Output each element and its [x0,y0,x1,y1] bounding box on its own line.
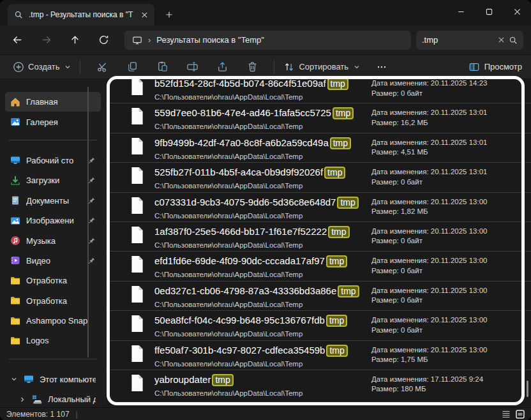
file-icon [130,285,144,303]
sidebar-item-downloads[interactable]: Загрузки [5,170,101,190]
file-path: C:\Пользователи\ohrau\AppData\Local\Temp [154,300,371,309]
file-row[interactable]: 559d7ee0-81b6-47e4-ad46-1fafa5cc5725tmpC… [106,103,531,133]
window-controls [447,0,531,23]
minimize-button[interactable] [447,0,475,23]
sidebar-item-label: Logos [26,336,96,345]
file-path: C:\Пользователи\ohrau\AppData\Local\Temp [154,389,371,398]
sidebar-scrollbar[interactable] [87,87,89,357]
file-size: Размер: 16,2 МБ [371,118,527,128]
maximize-button[interactable] [475,0,503,23]
sidebar-item-thispc[interactable]: Этот компьюте [5,370,101,389]
file-name: ffe50af7-301b-4c97-8027-cdfeca35459btmp [154,345,371,357]
file-row[interactable]: 525fb27f-011b-4b5f-a4ca-0b9d9f92026ftmpC… [106,163,531,192]
sidebar-item-documents[interactable]: Документы [5,191,101,211]
file-meta: Дата изменения: 20.11.2025 13:01Размер: … [371,107,527,132]
file-name: 1af387f0-25e5-466d-bb17-1f61e7f52222tmp [154,226,371,238]
file-row[interactable]: yabroupdatertmpC:\Пользователи\ohrau\App… [106,370,531,400]
up-button[interactable] [65,31,84,50]
address-bar[interactable]: › Результаты поиска в "Temp" [124,31,411,50]
sidebar-item-label: Загрузки [26,176,82,185]
file-date: Дата изменения: 20.11.2025 14:23 [371,79,527,89]
documents-icon [10,195,20,206]
chevron-down-icon [354,64,360,70]
sort-button[interactable]: Сортировать [283,61,360,73]
thumbnail-view-icon[interactable] [516,410,525,419]
sidebar-item-home[interactable]: Главная [5,92,101,112]
chevron-down-icon[interactable] [10,376,18,382]
file-date: Дата изменения: 20.11.2025 13:00 [371,286,527,296]
status-bar: Элементов: 1 107 | [0,407,531,420]
refresh-button[interactable] [94,31,113,50]
search-input[interactable]: .tmp [416,31,523,50]
sidebar-tree-group: Этот компьютеЛокальный ди [0,370,106,410]
main-area: ГлавнаяГалерея Рабочий стоЗагрузкиДокуме… [0,79,531,407]
sidebar-item-folder[interactable]: Logos [5,331,101,350]
sidebar-item-label: Ashampoo Snap [26,316,96,326]
sidebar-item-folder[interactable]: Отработка [5,271,101,290]
file-row[interactable]: c073331d-9cb3-4075-9dd6-5d36c8e648d7tmpC… [106,193,531,222]
sidebar-item-label: Видео [26,256,82,266]
file-size: Размер: 0 байт [371,177,527,188]
file-row[interactable]: ffe50af7-301b-4c97-8027-cdfeca35459btmpC… [106,341,531,370]
forward-button[interactable] [36,31,56,50]
file-row[interactable]: 1af387f0-25e5-466d-bb17-1f61e7f52222tmpC… [106,222,531,251]
file-meta: Дата изменения: 17.11.2025 9:24Размер: 1… [371,374,527,400]
downloads-icon [10,176,20,186]
file-row[interactable]: 9fb9499b-42df-47a0-8c8f-a6b2a59cd49atmpC… [106,133,531,163]
search-highlight-chip: tmp [326,255,347,267]
file-info: yabroupdatertmpC:\Пользователи\ohrau\App… [154,374,371,400]
magnifier-icon[interactable] [509,36,518,45]
tab-close-button[interactable] [141,11,148,19]
sidebar-item-desktop[interactable]: Рабочий сто [5,151,101,170]
file-path: C:\Пользователи\ohrau\AppData\Local\Temp [154,270,371,279]
sidebar-item-label: Галерея [26,117,96,127]
file-row[interactable]: 50ea8fcf-f04c-4c99-b648-95c136767fdbtmpC… [106,311,531,340]
file-size: Размер: 180 МБ [371,384,527,394]
file-icon [130,167,144,184]
file-icon [130,79,144,96]
file-name: 559d7ee0-81b6-47e4-ad46-1fafa5cc5725tmp [154,107,371,119]
chevron-right-icon[interactable] [19,396,26,403]
file-row[interactable]: 0ed327c1-cb06-4798-87a3-43336bd3a86etmpC… [106,281,531,311]
monitor-icon [132,35,142,45]
view-label: Просмотр [484,62,522,71]
delete-button[interactable] [239,57,265,77]
toolbar-divider [274,60,274,74]
sidebar-item-pictures[interactable]: Изображени [5,211,101,230]
file-meta: Дата изменения: 20.11.2025 13:00Размер: … [371,345,527,370]
file-meta: Дата изменения: 20.11.2025 13:01Размер: … [371,137,527,162]
file-icon [130,107,144,125]
cut-button[interactable] [89,57,115,77]
file-meta: Дата изменения: 20.11.2025 13:00Размер: … [371,255,527,280]
file-date: Дата изменения: 20.11.2025 13:00 [371,197,527,207]
file-row[interactable]: b52fd154-28cf-4b5d-b074-86c4f51e09aftmpC… [106,79,531,103]
list-scrollbar[interactable] [527,380,528,397]
chevron-down-icon [64,64,71,70]
sidebar-item-folder[interactable]: Ashampoo Snap [5,311,101,331]
file-size: Размер: 1,75 МБ [371,355,527,365]
tab-search-results[interactable]: .tmp - Результаты поиска в "T [8,4,154,26]
new-tab-button[interactable] [161,6,177,23]
sidebar-item-gallery[interactable]: Галерея [5,112,101,131]
share-button[interactable] [209,57,235,77]
sidebar-item-music[interactable]: Музыка [5,230,101,250]
view-split-icon [468,61,480,73]
sidebar-item-video[interactable]: Видео [5,251,101,271]
clear-search-icon[interactable] [498,36,505,43]
sort-label: Сортировать [299,62,348,71]
sidebar-item-disk[interactable]: Локальный ди [13,389,101,409]
paste-button[interactable] [149,57,175,77]
file-row[interactable]: efd1fd6e-69de-4f09-90dc-cccada17af97tmpC… [106,251,531,281]
details-view-icon[interactable] [502,410,511,419]
file-meta: Дата изменения: 20.11.2025 13:00Размер: … [371,285,527,310]
copy-button[interactable] [119,57,145,77]
back-button[interactable] [8,31,27,50]
view-button[interactable]: Просмотр [468,61,522,73]
close-button[interactable] [503,0,531,23]
search-highlight-chip: tmp [326,315,347,327]
see-more-button[interactable] [369,57,394,77]
explorer-window: .tmp - Результаты поиска в "T [0,0,531,420]
create-button[interactable]: Создать [13,61,71,73]
rename-button[interactable] [179,57,205,77]
sidebar-item-folder[interactable]: Отработка [5,291,101,311]
